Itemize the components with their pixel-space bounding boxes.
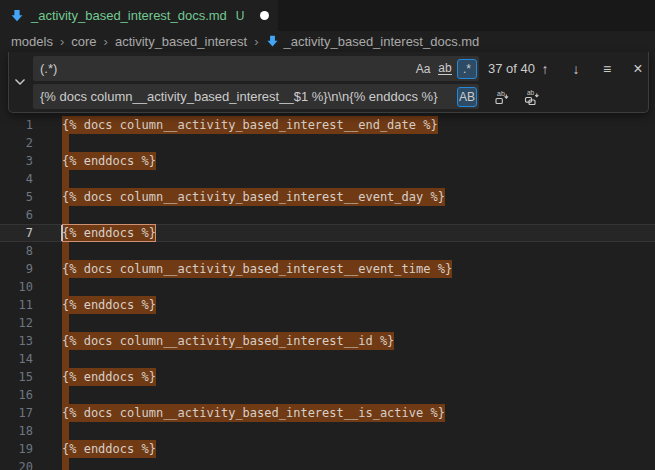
search-match-highlight (62, 350, 69, 368)
code-editor[interactable]: 1{% docs column__activity_based_interest… (0, 52, 655, 470)
search-match-highlight: {% docs column__activity_based_interest_… (62, 116, 438, 134)
arrow-up-icon: ↑ (542, 61, 549, 77)
code-line[interactable]: 11{% enddocs %} (0, 296, 655, 314)
search-match-highlight: {% docs column__activity_based_interest_… (62, 404, 445, 422)
line-number: 9 (0, 260, 33, 278)
close-icon: × (633, 60, 642, 78)
code-line-current[interactable]: 7{% enddocs %} (0, 224, 655, 242)
modified-dot-icon[interactable] (260, 11, 269, 20)
line-number: 12 (0, 314, 33, 332)
breadcrumb-item-core[interactable]: core (71, 34, 96, 49)
line-number: 20 (0, 458, 33, 470)
breadcrumb-item-file[interactable]: _activity_based_interest_docs.md (266, 34, 480, 49)
search-match-highlight: {% docs column__activity_based_interest_… (62, 188, 445, 206)
chevron-right-icon: › (60, 34, 64, 49)
search-match-highlight (62, 386, 69, 404)
code-line[interactable]: 1{% docs column__activity_based_interest… (0, 116, 655, 134)
search-match-highlight (62, 242, 69, 260)
code-line[interactable]: 13{% docs column__activity_based_interes… (0, 332, 655, 350)
match-case-button[interactable]: Aa (413, 59, 433, 79)
find-in-selection-button[interactable]: ≡ (597, 59, 617, 79)
code-line[interactable]: 2 (0, 134, 655, 152)
breadcrumb-item-models[interactable]: models (11, 34, 53, 49)
find-row: (.*) Aa ab .* 37 of 40 ↑ ↓ ≡ × (33, 56, 644, 81)
breadcrumb-item-activity-based-interest[interactable]: activity_based_interest (115, 34, 247, 49)
selection-lines-icon: ≡ (603, 61, 611, 77)
current-search-match: {% enddocs %} (62, 224, 156, 242)
search-match-highlight (62, 134, 69, 152)
code-line[interactable]: 19{% enddocs %} (0, 440, 655, 458)
search-match-highlight (62, 422, 69, 440)
search-match-highlight (62, 314, 69, 332)
search-value: (.*) (40, 61, 411, 76)
replace-row: {% docs column__activity_based_interest_… (33, 84, 644, 109)
tab-bar: _activity_based_interest_docs.md U (0, 0, 655, 31)
line-number: 1 (0, 116, 33, 134)
line-number: 14 (0, 350, 33, 368)
code-line[interactable]: 9{% docs column__activity_based_interest… (0, 260, 655, 278)
chevron-right-icon: › (104, 34, 108, 49)
preserve-case-button[interactable]: AB (457, 87, 477, 107)
code-line[interactable]: 6 (0, 206, 655, 224)
search-match-highlight (62, 170, 69, 188)
replace-input[interactable]: {% docs column__activity_based_interest_… (33, 84, 479, 109)
find-replace-widget: (.*) Aa ab .* 37 of 40 ↑ ↓ ≡ × {% docs c… (8, 52, 649, 113)
line-number: 16 (0, 386, 33, 404)
regex-button[interactable]: .* (457, 59, 477, 79)
line-number: 19 (0, 440, 33, 458)
line-number: 6 (0, 206, 33, 224)
code-line[interactable]: 8 (0, 242, 655, 260)
svg-text:ab: ab (527, 89, 535, 96)
code-line[interactable]: 12 (0, 314, 655, 332)
chevron-down-icon (14, 78, 26, 86)
line-number: 11 (0, 296, 33, 314)
close-find-button[interactable]: × (628, 59, 648, 79)
code-line[interactable]: 10 (0, 278, 655, 296)
whole-word-button[interactable]: ab (435, 59, 455, 79)
find-previous-button[interactable]: ↑ (535, 59, 555, 79)
search-match-highlight: {% docs column__activity_based_interest_… (62, 332, 394, 350)
code-line[interactable]: 4 (0, 170, 655, 188)
code-line[interactable]: 14 (0, 350, 655, 368)
replace-icon: ab (494, 89, 510, 105)
breadcrumb: models › core › activity_based_interest … (0, 31, 655, 52)
replace-button[interactable]: ab (492, 87, 512, 107)
search-input[interactable]: (.*) Aa ab .* (33, 56, 479, 81)
line-number: 18 (0, 422, 33, 440)
editor-tab[interactable]: _activity_based_interest_docs.md U (0, 0, 278, 31)
markdown-file-icon (266, 35, 279, 48)
search-match-highlight (62, 458, 69, 470)
text-cursor (61, 225, 63, 241)
replace-all-button[interactable]: ab (522, 87, 542, 107)
search-match-highlight (62, 206, 69, 224)
line-number: 4 (0, 170, 33, 188)
search-match-highlight: {% enddocs %} (62, 296, 156, 314)
line-number: 15 (0, 368, 33, 386)
find-next-button[interactable]: ↓ (566, 59, 586, 79)
toggle-replace-button[interactable] (9, 52, 31, 112)
code-line[interactable]: 16 (0, 386, 655, 404)
search-match-highlight: {% enddocs %} (62, 368, 156, 386)
replace-all-icon: ab (524, 89, 540, 105)
line-number: 2 (0, 134, 33, 152)
search-match-highlight: {% enddocs %} (62, 440, 156, 458)
line-number: 5 (0, 188, 33, 206)
code-line[interactable]: 5{% docs column__activity_based_interest… (0, 188, 655, 206)
git-status-badge: U (236, 9, 245, 23)
code-line[interactable]: 15{% enddocs %} (0, 368, 655, 386)
code-line[interactable]: 3{% enddocs %} (0, 152, 655, 170)
arrow-down-icon: ↓ (573, 61, 580, 77)
code-line[interactable]: 20 (0, 458, 655, 470)
search-match-highlight (62, 278, 69, 296)
results-count: 37 of 40 (488, 61, 535, 76)
editor-lines: 1{% docs column__activity_based_interest… (0, 116, 655, 470)
code-line[interactable]: 18 (0, 422, 655, 440)
search-match-highlight: {% docs column__activity_based_interest_… (62, 260, 452, 278)
code-line[interactable]: 17{% docs column__activity_based_interes… (0, 404, 655, 422)
line-number: 17 (0, 404, 33, 422)
tab-title: _activity_based_interest_docs.md (31, 8, 227, 23)
line-number: 7 (0, 224, 33, 242)
chevron-right-icon: › (254, 34, 258, 49)
search-match-highlight: {% enddocs %} (62, 152, 156, 170)
markdown-file-icon (10, 9, 24, 23)
